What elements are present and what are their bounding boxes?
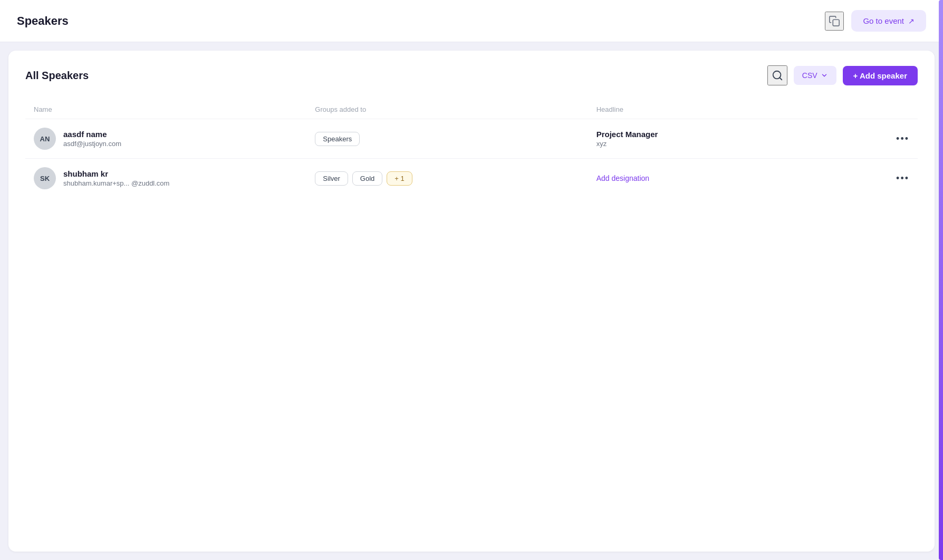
header-actions: Go to event ↗	[825, 10, 926, 32]
speaker-cell: SK shubham kr shubham.kumar+sp... @zuddl…	[34, 167, 315, 189]
add-speaker-button[interactable]: + Add speaker	[843, 66, 918, 85]
group-tag-gold: Gold	[352, 171, 382, 186]
right-accent-bar	[939, 0, 943, 560]
speaker-email: asdf@justjoyn.com	[63, 140, 121, 148]
copy-icon-button[interactable]	[825, 12, 844, 31]
group-tag-silver: Silver	[315, 171, 348, 186]
external-link-icon: ↗	[908, 17, 915, 25]
top-header: Speakers Go to event ↗	[0, 0, 943, 42]
speaker-cell: AN aasdf name asdf@justjoyn.com	[34, 128, 315, 150]
table-row: SK shubham kr shubham.kumar+sp... @zuddl…	[25, 158, 918, 198]
svg-line-2	[780, 78, 782, 80]
groups-cell: Speakers	[315, 132, 596, 146]
group-tag-more[interactable]: + 1	[387, 171, 412, 186]
col-headline: Headline	[596, 105, 878, 113]
svg-rect-0	[833, 20, 840, 26]
col-groups: Groups added to	[315, 105, 596, 113]
more-options-button[interactable]: •••	[878, 133, 909, 144]
section-actions: CSV + Add speaker	[767, 65, 918, 85]
go-to-event-button[interactable]: Go to event ↗	[851, 10, 926, 32]
table-row: AN aasdf name asdf@justjoyn.com Speakers…	[25, 119, 918, 158]
speaker-info: aasdf name asdf@justjoyn.com	[63, 130, 121, 148]
csv-button[interactable]: CSV	[794, 66, 836, 85]
speaker-name: shubham kr	[63, 169, 169, 178]
page-title: Speakers	[17, 14, 69, 28]
table-header: Name Groups added to Headline	[25, 100, 918, 119]
search-button[interactable]	[767, 65, 787, 85]
section-title: All Speakers	[25, 70, 89, 82]
col-actions	[878, 105, 909, 113]
csv-label: CSV	[802, 71, 817, 80]
speaker-info: shubham kr shubham.kumar+sp... @zuddl.co…	[63, 169, 169, 187]
groups-cell: Silver Gold + 1	[315, 171, 596, 186]
headline-cell: Add designation	[596, 173, 878, 183]
section-header: All Speakers CSV + Add speaker	[25, 65, 918, 85]
speaker-name: aasdf name	[63, 130, 121, 139]
speakers-table: Name Groups added to Headline AN aasdf n…	[25, 100, 918, 198]
headline-title: Project Manager	[596, 130, 878, 139]
add-designation-link[interactable]: Add designation	[596, 174, 649, 182]
speaker-email: shubham.kumar+sp... @zuddl.com	[63, 179, 169, 187]
more-options-button[interactable]: •••	[878, 173, 909, 184]
group-tag: Speakers	[315, 132, 360, 146]
headline-cell: Project Manager xyz	[596, 130, 878, 148]
avatar: SK	[34, 167, 56, 189]
avatar: AN	[34, 128, 56, 150]
chevron-down-icon	[821, 72, 828, 79]
go-to-event-label: Go to event	[863, 16, 904, 25]
main-content: All Speakers CSV + Add speaker Name	[8, 51, 935, 552]
headline-sub: xyz	[596, 140, 878, 148]
col-name: Name	[34, 105, 315, 113]
add-speaker-label: + Add speaker	[853, 71, 907, 80]
